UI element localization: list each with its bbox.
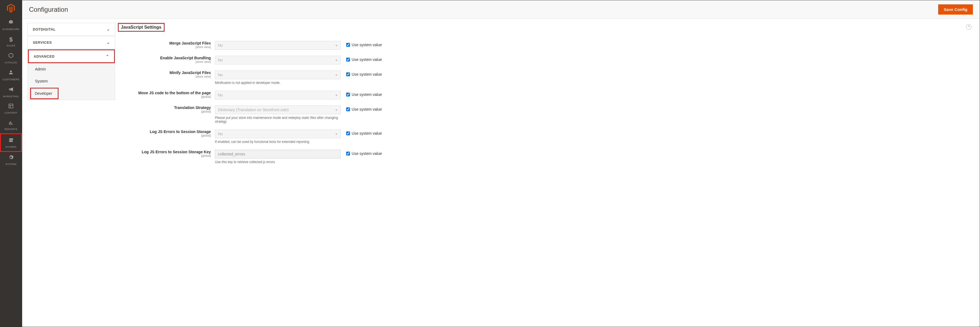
sidebar-item-content[interactable]: CONTENT <box>0 100 22 117</box>
field-move-js-bottom: Move JS code to the bottom of the page [… <box>118 91 972 100</box>
use-system-label: Use system value <box>352 131 382 135</box>
field-enable-bundling: Enable JavaScript Bundling [store view] … <box>118 56 972 65</box>
sidebar-label: CUSTOMERS <box>2 78 19 81</box>
tree-item-developer[interactable]: Developer <box>30 88 59 99</box>
field-label: Log JS Errors to Session Storage Key <box>142 150 211 154</box>
translation-strategy-select[interactable]: Dictionary (Translation on Storefront si… <box>215 105 341 114</box>
chevron-down-icon: ⌄ <box>107 40 110 44</box>
log-js-errors-key-input[interactable] <box>215 150 341 159</box>
minify-js-select[interactable]: No <box>215 70 341 79</box>
sidebar-item-dashboard[interactable]: DASHBOARD <box>0 16 22 33</box>
dollar-icon: $ <box>9 36 13 43</box>
sidebar-item-reports[interactable]: REPORTS <box>0 117 22 133</box>
page-header: Configuration Save Config <box>22 0 980 19</box>
use-system-checkbox[interactable] <box>346 132 350 135</box>
field-note: Use this key to retrieve collected js er… <box>215 160 341 164</box>
use-system-checkbox[interactable] <box>346 107 350 111</box>
tree-item-admin[interactable]: Admin <box>28 63 115 75</box>
field-note: If enabled, can be used by functional te… <box>215 140 341 144</box>
sidebar-label: REPORTS <box>5 128 18 130</box>
person-icon <box>8 69 14 77</box>
sidebar-label: STORES <box>5 146 16 148</box>
merge-js-select[interactable]: No <box>215 41 341 50</box>
page-title: Configuration <box>29 6 68 13</box>
chevron-down-icon: ⌄ <box>107 27 110 32</box>
magento-logo-icon <box>6 4 15 13</box>
use-system-label: Use system value <box>352 43 382 47</box>
field-scope: [global] <box>118 134 211 137</box>
tree-group-label: SERVICES <box>33 40 52 44</box>
tree-group-services[interactable]: SERVICES ⌄ <box>28 37 115 48</box>
use-system-label: Use system value <box>352 92 382 97</box>
sidebar-item-stores[interactable]: STORES <box>0 133 22 152</box>
field-label: Translation Strategy <box>174 105 211 110</box>
sidebar-item-system[interactable]: SYSTEM <box>0 152 22 168</box>
field-label: Move JS code to the bottom of the page <box>138 91 211 95</box>
field-log-js-errors: Log JS Errors to Session Storage [global… <box>118 130 972 144</box>
field-note: Please put your store into maintenance m… <box>215 116 341 124</box>
section-title-javascript-settings[interactable]: JavaScript Settings <box>118 23 165 32</box>
field-merge-js: Merge JavaScript Files [store view] No U… <box>118 41 972 50</box>
enable-bundling-select[interactable]: No <box>215 56 341 65</box>
tree-group-dotdigital[interactable]: DOTDIGITAL ⌄ <box>28 23 115 35</box>
bar-chart-icon <box>8 120 14 127</box>
tree-group-advanced[interactable]: ADVANCED ⌃ <box>28 49 115 63</box>
sidebar-item-sales[interactable]: $ SALES <box>0 33 22 50</box>
tree-item-system[interactable]: System <box>28 75 115 87</box>
field-log-js-errors-key: Log JS Errors to Session Storage Key [gl… <box>118 150 972 164</box>
field-note: Minification is not applied in developer… <box>215 81 341 85</box>
use-system-checkbox[interactable] <box>346 43 350 47</box>
use-system-checkbox[interactable] <box>346 58 350 62</box>
move-js-select[interactable]: No <box>215 91 341 100</box>
use-system-label: Use system value <box>352 107 382 111</box>
field-minify-js: Minify JavaScript Files [store view] No … <box>118 70 972 85</box>
use-system-checkbox[interactable] <box>346 72 350 76</box>
field-label: Minify JavaScript Files <box>170 70 211 75</box>
collapse-section-icon[interactable]: ⌃ <box>966 24 972 30</box>
magento-logo[interactable] <box>0 0 22 16</box>
use-system-label: Use system value <box>352 57 382 62</box>
admin-sidebar: DASHBOARD $ SALES CATALOG CUSTOMERS MARK… <box>0 0 22 327</box>
sidebar-label: MARKETING <box>3 95 19 98</box>
use-system-label: Use system value <box>352 151 382 156</box>
field-scope: [store view] <box>118 60 211 63</box>
sidebar-label: SYSTEM <box>5 163 16 165</box>
settings-panel: JavaScript Settings ⌃ Merge JavaScript F… <box>115 19 980 327</box>
sidebar-item-customers[interactable]: CUSTOMERS <box>0 67 22 84</box>
cube-icon <box>8 52 14 60</box>
field-scope: [global] <box>118 110 211 113</box>
sidebar-label: CATALOG <box>5 61 17 64</box>
sidebar-label: CONTENT <box>5 111 18 114</box>
chevron-up-icon: ⌃ <box>106 54 110 59</box>
field-translation-strategy: Translation Strategy [global] Dictionary… <box>118 105 972 124</box>
field-label: Merge JavaScript Files <box>169 41 211 45</box>
sidebar-label: DASHBOARD <box>2 28 19 30</box>
tree-group-label: DOTDIGITAL <box>33 27 56 32</box>
field-scope: [global] <box>118 154 211 157</box>
field-label: Enable JavaScript Bundling <box>160 56 211 60</box>
field-scope: [store view] <box>118 75 211 78</box>
config-tree: DOTDIGITAL ⌄ SERVICES ⌄ ADVANCED ⌃ <box>22 19 115 327</box>
sidebar-item-catalog[interactable]: CATALOG <box>0 50 22 67</box>
gear-icon <box>8 155 14 162</box>
field-scope: [global] <box>118 95 211 98</box>
use-system-label: Use system value <box>352 72 382 76</box>
field-label: Log JS Errors to Session Storage <box>150 130 211 134</box>
use-system-checkbox[interactable] <box>346 152 350 156</box>
dashboard-icon <box>8 19 14 27</box>
sidebar-label: SALES <box>6 44 15 47</box>
log-js-errors-select[interactable]: No <box>215 130 341 138</box>
use-system-checkbox[interactable] <box>346 93 350 97</box>
sidebar-item-marketing[interactable]: MARKETING <box>0 84 22 100</box>
save-config-button[interactable]: Save Config <box>938 4 973 14</box>
tree-group-label: ADVANCED <box>33 54 55 59</box>
storefront-icon <box>8 137 14 144</box>
field-scope: [store view] <box>118 45 211 49</box>
megaphone-icon <box>8 86 14 94</box>
layout-icon <box>8 103 14 110</box>
